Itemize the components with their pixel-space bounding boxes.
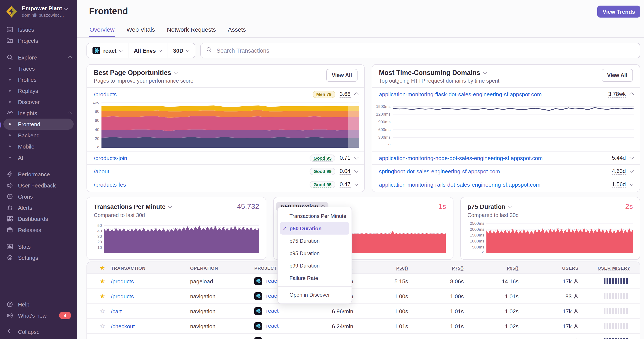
star-icon[interactable] [100, 323, 105, 330]
chevron-down-icon[interactable] [354, 169, 358, 172]
date-range-filter[interactable]: 30D [167, 43, 195, 58]
org-switcher[interactable]: Empower Plant dominik.buszowiec… [0, 0, 77, 22]
menu-item[interactable]: ✓ p50 Duration [280, 222, 350, 235]
table-row[interactable]: /checkout navigation react 6.24/min 1.01… [87, 319, 640, 334]
menu-item[interactable]: ✓ p75 Duration [280, 235, 350, 247]
col-transaction[interactable]: TRANSACTION [111, 265, 190, 270]
sidebar-item-projects[interactable]: Projects [4, 35, 74, 46]
transaction-link[interactable]: /checkout [111, 323, 135, 329]
menu-item[interactable]: ✓ Failure Rate [280, 272, 350, 284]
opportunity-row[interactable]: /products-join Good 95 0.71 [87, 151, 364, 164]
sidebar-group-explore[interactable]: Explore [4, 52, 74, 63]
project-link[interactable]: react [266, 278, 278, 284]
chevron-down-icon[interactable] [630, 169, 633, 172]
domain-row[interactable]: application-monitoring-rails-dot-sales-e… [372, 178, 640, 191]
sidebar-item-crons[interactable]: Crons [4, 191, 74, 202]
table-row[interactable]: /products navigation react /min 1.00s 1.… [87, 289, 640, 304]
best-page-opportunities-title[interactable]: Best Page Opportunities [94, 69, 326, 77]
col-users[interactable]: USERS [518, 265, 578, 270]
col-p75[interactable]: P75() [408, 265, 464, 270]
star-icon[interactable] [100, 338, 105, 339]
time-consuming-domains-title[interactable]: Most Time-Consuming Domains [379, 69, 602, 77]
sidebar-item-settings[interactable]: Settings [4, 252, 74, 263]
sidebar-item-help[interactable]: Help [4, 299, 74, 310]
chevron-down-icon[interactable] [354, 182, 358, 186]
domain-row[interactable]: springboot-dot-sales-engineering-sf.apps… [372, 164, 640, 178]
chevron-down-icon[interactable] [354, 155, 358, 159]
view-all-opportunities-button[interactable]: View All [326, 69, 358, 82]
sidebar-item-discover[interactable]: Discover [4, 96, 74, 107]
sidebar-item-mobile[interactable]: Mobile [4, 141, 74, 152]
environment-filter[interactable]: All Envs [128, 43, 167, 58]
star-icon[interactable] [100, 293, 105, 300]
transaction-link[interactable]: /products [111, 278, 134, 285]
domain-link[interactable]: application-monitoring-flask-dot-sales-e… [379, 91, 542, 97]
domain-row-expanded[interactable]: application-monitoring-flask-dot-sales-e… [372, 88, 640, 101]
col-p50[interactable]: P50() [353, 265, 408, 270]
star-icon[interactable] [100, 278, 105, 285]
chevron-up-icon[interactable] [630, 93, 633, 97]
col-user-misery[interactable]: USER MISERY [578, 265, 633, 270]
tab-network-requests[interactable]: Network Requests [166, 24, 216, 37]
sidebar-item-user-feedback[interactable]: User Feedback [4, 180, 74, 191]
user-icon [574, 324, 578, 329]
search-transactions-input[interactable] [216, 47, 634, 54]
sidebar-item-whats-new[interactable]: What's new 4 [4, 310, 74, 321]
project-link[interactable]: react [266, 323, 278, 329]
menu-item[interactable]: ✓ p99 Duration [280, 259, 350, 272]
opportunity-row-expanded[interactable]: /products Meh 79 3.66 [87, 88, 364, 101]
star-icon[interactable] [100, 308, 105, 315]
domain-row[interactable]: application-monitoring-node-dot-sales-en… [372, 151, 640, 164]
view-all-domains-button[interactable]: View All [602, 69, 633, 82]
menu-item[interactable]: ✓ Transactions Per Minute [280, 210, 350, 222]
sidebar-item-releases[interactable]: Releases [4, 224, 74, 235]
route-link[interactable]: /products [94, 91, 117, 97]
transaction-link[interactable]: /products-join [111, 338, 144, 339]
route-link[interactable]: /about [94, 168, 109, 174]
transaction-link[interactable]: /cart [111, 308, 122, 314]
opportunity-row[interactable]: /products-fes Good 95 0.47 [87, 178, 364, 191]
project-link[interactable]: react [266, 293, 278, 299]
chevron-down-icon[interactable] [630, 155, 633, 159]
sidebar-item-profiles[interactable]: Profiles [4, 74, 74, 85]
p75-metric-selector[interactable]: p75 Duration [467, 203, 511, 210]
chevron-up-icon[interactable] [354, 93, 358, 97]
col-p95[interactable]: P95() [464, 265, 518, 270]
domain-link[interactable]: springboot-dot-sales-engineering-sf.apps… [379, 168, 500, 174]
sidebar-item-issues[interactable]: Issues [4, 24, 74, 35]
domain-link[interactable]: application-monitoring-node-dot-sales-en… [379, 155, 543, 161]
tab-overview[interactable]: Overview [89, 24, 115, 37]
sidebar-item-ai[interactable]: AI [4, 152, 74, 163]
sidebar-item-traces[interactable]: Traces [4, 63, 74, 74]
sidebar-item-performance[interactable]: Performance [4, 169, 74, 180]
sidebar-item-replays[interactable]: Replays [4, 85, 74, 96]
tab-assets[interactable]: Assets [227, 24, 246, 37]
sidebar-item-stats[interactable]: Stats [4, 241, 74, 252]
project-link[interactable]: react [266, 308, 278, 314]
sidebar-item-dashboards[interactable]: Dashboards [4, 213, 74, 224]
sidebar-collapse-button[interactable]: Collapse [4, 326, 74, 337]
route-link[interactable]: /products-fes [94, 181, 126, 188]
table-row[interactable]: /cart navigation react 6.96/min 1.00s 1.… [87, 304, 640, 319]
table-row[interactable]: /products pageload react /min 5.15s 8.06… [87, 274, 640, 289]
route-link[interactable]: /products-join [94, 155, 127, 161]
tab-web-vitals[interactable]: Web Vitals [126, 24, 156, 37]
sidebar-item-alerts[interactable]: Alerts [4, 202, 74, 213]
sidebar-group-insights[interactable]: Insights [4, 107, 74, 119]
view-trends-button[interactable]: View Trends [598, 5, 640, 17]
project-filter[interactable]: react [87, 43, 128, 58]
domain-link[interactable]: application-monitoring-rails-dot-sales-e… [379, 181, 540, 188]
search-transactions-field[interactable] [200, 43, 640, 58]
transaction-link[interactable]: /products [111, 293, 134, 300]
opportunity-row[interactable]: /about Good 99 0.04 [87, 164, 364, 178]
menu-item[interactable]: ✓ p95 Duration [280, 247, 350, 259]
chevron-down-icon[interactable] [630, 182, 633, 186]
table-row[interactable]: /products-join pageload react 3.88/min 1… [87, 334, 640, 339]
sidebar-item-frontend[interactable]: Frontend [4, 119, 74, 130]
project-link[interactable]: react [266, 338, 278, 339]
col-operation[interactable]: OPERATION [190, 265, 254, 270]
menu-item[interactable]: ✓ Open in Discover [280, 289, 350, 301]
star-icon[interactable] [99, 266, 105, 271]
sidebar-item-backend[interactable]: Backend [4, 130, 74, 141]
tpm-metric-selector[interactable]: Transactions Per Minute [94, 203, 171, 210]
